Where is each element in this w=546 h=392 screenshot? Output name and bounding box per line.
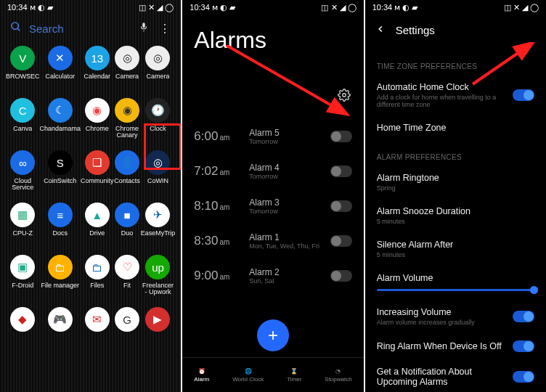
status-right-icons: ◫ ✕ ◢ ◯ bbox=[139, 3, 174, 12]
app-browsec[interactable]: VBROWSEC bbox=[6, 46, 40, 88]
app-easemytrip[interactable]: ✈EaseMyTrip bbox=[141, 203, 176, 245]
toggle-increasing-volume[interactable] bbox=[513, 311, 534, 322]
app-fit[interactable]: ♡Fit bbox=[114, 255, 141, 297]
statusbar: 10:34 ᴍ ◐ ▰ ◫ ✕ ◢ ◯ bbox=[365, 0, 546, 14]
alarm-item[interactable]: 6:00am Alarm 5Tomorrow bbox=[194, 119, 351, 154]
phone-alarms: 10:34 ᴍ ◐ ▰ ◫ ✕ ◢ ◯ Alarms 6:00am Alarm … bbox=[182, 0, 363, 392]
app-camera[interactable]: ◎Camera bbox=[141, 46, 176, 88]
app-icon[interactable]: ✉ bbox=[81, 307, 114, 349]
app-cowin[interactable]: ◎CoWIN bbox=[141, 150, 176, 192]
settings-gear-icon[interactable] bbox=[338, 89, 351, 105]
app-calendar[interactable]: 13Calendar bbox=[81, 46, 114, 88]
alarms-title: Alarms bbox=[182, 14, 363, 60]
alarm-volume-slider[interactable] bbox=[377, 289, 534, 291]
more-icon[interactable]: ⋮ bbox=[159, 22, 171, 36]
statusbar: 10:34 ᴍ ◐ ▰ ◫ ✕ ◢ ◯ bbox=[0, 0, 181, 14]
nav-world-clock[interactable]: 🌐World Clock bbox=[232, 368, 264, 383]
alarm-item[interactable]: 7:02am Alarm 4Tomorrow bbox=[194, 154, 351, 189]
app-chrome[interactable]: ◉Chrome bbox=[81, 98, 114, 140]
app-files[interactable]: 🗀Files bbox=[81, 255, 114, 297]
setting-home-time-zone[interactable]: Home Time Zone bbox=[365, 115, 546, 140]
alarm-toggle[interactable] bbox=[330, 235, 352, 247]
search-icon bbox=[10, 21, 22, 36]
alarm-list: 6:00am Alarm 5Tomorrow 7:02am Alarm 4Tom… bbox=[182, 119, 363, 293]
statusbar: 10:34 ᴍ ◐ ▰ ◫ ✕ ◢ ◯ bbox=[182, 0, 363, 14]
app-community[interactable]: ❑Community bbox=[81, 150, 114, 192]
svg-line-1 bbox=[17, 28, 20, 30]
app-clock[interactable]: 🕐Clock bbox=[141, 98, 176, 140]
app-grid: VBROWSEC✕Calculator13Calendar◎Camera◎Cam… bbox=[0, 46, 181, 349]
settings-header: Settings bbox=[365, 14, 546, 49]
status-time: 10:34 bbox=[7, 3, 28, 12]
app-freelancer-upwork[interactable]: upFreelancer - Upwork bbox=[141, 255, 176, 297]
nav-alarm[interactable]: ⏰Alarm bbox=[194, 368, 209, 383]
nav-stopwatch[interactable]: ◔Stopwatch bbox=[325, 368, 351, 383]
setting-alarm-ringtone[interactable]: Alarm RingtoneSpring bbox=[365, 166, 546, 199]
app-cloud-service[interactable]: ∞Cloud Service bbox=[6, 150, 40, 192]
settings-title: Settings bbox=[396, 24, 435, 36]
alarm-toggle[interactable] bbox=[330, 131, 352, 142]
app-duo[interactable]: ■Duo bbox=[114, 203, 141, 245]
section-timezone: TIME ZONE PREFERENCES bbox=[365, 49, 546, 75]
toggle-ring-when-off[interactable] bbox=[513, 340, 534, 352]
setting-snooze-duration[interactable]: Alarm Snooze Duration5 minutes bbox=[365, 199, 546, 232]
app-icon[interactable]: G bbox=[114, 307, 141, 349]
app-f-droid[interactable]: ▣F-Droid bbox=[6, 255, 40, 297]
app-docs[interactable]: ≡Docs bbox=[40, 203, 81, 245]
app-camera[interactable]: ◎Camera bbox=[114, 46, 141, 88]
svg-point-0 bbox=[12, 23, 18, 29]
setting-increasing-volume[interactable]: Increasing VolumeAlarm volume increases … bbox=[365, 300, 546, 333]
phone-app-drawer: 10:34 ᴍ ◐ ▰ ◫ ✕ ◢ ◯ Search ⋮ VBROWSEC✕Ca… bbox=[0, 0, 181, 392]
app-calculator[interactable]: ✕Calculator bbox=[40, 46, 81, 88]
mic-icon[interactable] bbox=[139, 22, 149, 35]
nav-timer[interactable]: ⌛Timer bbox=[287, 368, 301, 383]
setting-alarm-volume: Alarm Volume bbox=[365, 266, 546, 286]
search-placeholder: Search bbox=[29, 23, 129, 35]
toggle-auto-home-clock[interactable] bbox=[513, 89, 534, 101]
alarm-toggle[interactable] bbox=[330, 270, 352, 282]
alarm-toggle[interactable] bbox=[330, 200, 352, 212]
app-file-manager[interactable]: 🗀File manager bbox=[40, 255, 81, 297]
svg-point-2 bbox=[342, 94, 346, 97]
alarm-toggle[interactable] bbox=[330, 166, 352, 177]
app-contacts[interactable]: 👤Contacts bbox=[114, 150, 141, 192]
alarm-item[interactable]: 9:00am Alarm 2Sun, Sat bbox=[194, 258, 351, 293]
alarm-item[interactable]: 8:10am Alarm 3Tomorrow bbox=[194, 189, 351, 224]
app-icon[interactable]: ◆ bbox=[6, 307, 40, 349]
app-chandamama[interactable]: ☾Chandamama bbox=[40, 98, 81, 140]
setting-silence-after[interactable]: Silence Alarm After5 minutes bbox=[365, 232, 546, 266]
setting-upcoming-notification[interactable]: Get a Notification About Upcoming Alarms bbox=[365, 359, 546, 392]
app-cpu-z[interactable]: ▦CPU-Z bbox=[6, 203, 40, 245]
toggle-upcoming-notification[interactable] bbox=[513, 371, 534, 383]
app-canva[interactable]: CCanva bbox=[6, 98, 40, 140]
setting-auto-home-clock[interactable]: Automatic Home ClockAdd a clock for home… bbox=[365, 75, 546, 115]
app-coinswitch[interactable]: SCoinSwitch bbox=[40, 150, 81, 192]
app-icon[interactable]: 🎮 bbox=[40, 307, 81, 349]
search-bar[interactable]: Search ⋮ bbox=[0, 14, 181, 46]
phone-clock-settings: 10:34 ᴍ ◐ ▰ ◫ ✕ ◢ ◯ Settings TIME ZONE P… bbox=[365, 0, 546, 392]
app-drive[interactable]: ▲Drive bbox=[81, 203, 114, 245]
section-alarm-prefs: ALARM PREFERENCES bbox=[365, 140, 546, 166]
app-icon[interactable]: ▶ bbox=[141, 307, 176, 349]
add-alarm-fab[interactable]: + bbox=[257, 319, 289, 351]
back-icon[interactable] bbox=[375, 24, 386, 36]
alarm-item[interactable]: 8:30am Alarm 1Mon, Tue, Wed, Thu, Fri bbox=[194, 224, 351, 258]
setting-ring-when-off[interactable]: Ring Alarm When Device Is Off bbox=[365, 333, 546, 359]
app-chrome-canary[interactable]: ◉Chrome Canary bbox=[114, 98, 141, 140]
bottom-nav: ⏰Alarm 🌐World Clock ⌛Timer ◔Stopwatch bbox=[182, 357, 363, 392]
